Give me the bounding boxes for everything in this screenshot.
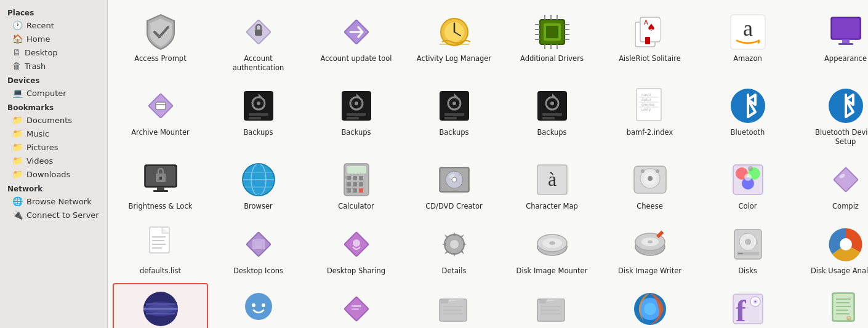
app-label: Backups — [341, 128, 371, 137]
app-icon — [239, 289, 278, 328]
app-label: bamf-2.index — [627, 128, 673, 137]
svg-rect-36 — [832, 18, 859, 38]
sidebar-item[interactable]: 🌐Browse Network — [0, 194, 107, 208]
app-label: Backups — [439, 128, 468, 137]
sidebar-item-icon: 📁 — [12, 169, 23, 179]
sidebar-item-label: Trash — [25, 62, 46, 71]
app-item[interactable]: Brightness & Lock — [113, 154, 208, 216]
app-label: Additional Drivers — [520, 54, 584, 63]
sidebar-item[interactable]: 📁Downloads — [0, 167, 107, 181]
app-item[interactable]: Firefox Web Browser — [602, 283, 697, 328]
app-item[interactable]: Account update tool — [308, 6, 404, 78]
app-item[interactable]: ♠ A AisleRiot Solitaire — [602, 6, 697, 78]
app-item[interactable]: defaults.list — [113, 218, 208, 281]
app-label: Amazon — [733, 54, 762, 63]
svg-rect-40 — [156, 102, 166, 110]
app-item[interactable]: Bluetooth — [700, 80, 795, 151]
app-item[interactable]: nauti aptur gnome unity bamf-2.index — [602, 80, 697, 151]
app-icon — [435, 289, 474, 328]
svg-rect-90 — [353, 182, 357, 186]
sidebar-item[interactable]: 🏠Home — [0, 32, 107, 46]
app-icon: ♠ A — [630, 12, 670, 52]
app-item[interactable]: Empathy — [211, 283, 306, 328]
app-icon — [532, 289, 572, 328]
app-label: Backups — [243, 128, 273, 137]
app-item[interactable]: Bluetooth Device Setup — [798, 80, 868, 151]
app-icon — [141, 225, 180, 264]
app-item[interactable]: Backups — [406, 80, 502, 151]
app-item[interactable]: Color — [700, 154, 795, 216]
app-label: Character Map — [526, 202, 578, 211]
sidebar-item-icon: 📁 — [12, 115, 23, 125]
svg-rect-75 — [153, 190, 168, 192]
app-item[interactable]: Archive Mounter — [113, 80, 208, 151]
sidebar-item[interactable]: 📁Videos — [0, 154, 107, 167]
svg-rect-140 — [738, 253, 743, 254]
svg-rect-114 — [834, 167, 858, 192]
app-icon — [728, 160, 768, 199]
app-item[interactable]: Backups — [504, 80, 600, 151]
app-item[interactable]: Files — [406, 283, 502, 328]
app-item[interactable]: Desktop Sharing — [308, 218, 404, 281]
sidebar-item[interactable]: 📁Documents — [0, 113, 107, 127]
app-item[interactable]: Additional Drivers — [504, 6, 600, 78]
svg-rect-93 — [353, 188, 357, 193]
app-icon — [435, 12, 474, 52]
svg-point-172 — [754, 300, 756, 302]
sidebar-item[interactable]: 🖥Desktop — [0, 46, 107, 59]
app-item[interactable]: CD/DVD Creator — [406, 154, 502, 216]
svg-point-142 — [840, 238, 852, 250]
app-label: Brightness & Lock — [129, 202, 193, 211]
app-icon — [630, 225, 670, 264]
svg-rect-61 — [542, 117, 555, 119]
app-icon — [337, 289, 376, 328]
app-label: Calculator — [338, 202, 374, 211]
app-icon — [337, 86, 376, 126]
app-item[interactable]: Details — [406, 218, 502, 281]
app-label: Disk Image Mounter — [516, 266, 588, 276]
svg-text:A: A — [644, 19, 648, 26]
app-item[interactable]: Evolution Data Server — [308, 283, 404, 328]
sidebar-item[interactable]: 🕐Recent — [0, 18, 107, 32]
svg-point-59 — [550, 102, 554, 105]
app-icon — [141, 12, 180, 52]
sidebar-item[interactable]: 📁Music — [0, 127, 107, 140]
app-item[interactable]: Account authentication — [211, 6, 306, 78]
app-item[interactable]: Calculator — [308, 154, 404, 216]
app-item[interactable]: Access Prompt — [113, 6, 208, 78]
app-item[interactable]: Desktop Icons — [211, 218, 306, 281]
sidebar-item[interactable]: 📁Pictures — [0, 140, 107, 154]
app-item[interactable]: Appearance — [798, 6, 868, 78]
app-item[interactable]: a Amazon — [700, 6, 795, 78]
svg-rect-156 — [441, 300, 448, 303]
app-item[interactable]: Backups — [211, 80, 306, 151]
app-icon — [239, 12, 278, 52]
sidebar-item[interactable]: 🔌Connect to Server — [0, 208, 107, 222]
sidebar-item[interactable]: 🗑Trash — [0, 59, 107, 73]
app-label: Disk Usage Analyze — [811, 266, 868, 276]
app-item[interactable]: Compiz — [798, 154, 868, 216]
app-item[interactable]: Disk Image Mounter — [504, 218, 600, 281]
app-item[interactable]: f Font Viewer — [700, 283, 795, 328]
app-label: Color — [738, 202, 757, 211]
svg-point-124 — [353, 239, 360, 247]
svg-rect-45 — [249, 113, 268, 116]
app-icon: à — [532, 160, 572, 199]
app-item[interactable]: Files — [504, 283, 600, 328]
svg-rect-94 — [359, 188, 363, 193]
app-item[interactable]: Disks — [700, 218, 795, 281]
svg-rect-74 — [157, 187, 164, 190]
app-item[interactable]: Disk Usage Analyze — [798, 218, 868, 281]
app-item[interactable]: àCharacter Map — [504, 154, 600, 216]
app-label: Desktop Icons — [233, 266, 283, 276]
app-item[interactable]: Backups — [308, 80, 404, 151]
app-item[interactable]: igedit — [798, 283, 868, 328]
app-item[interactable]: Activity Log Manager — [406, 6, 502, 78]
app-label: Backups — [537, 128, 566, 137]
app-item[interactable]: Cheese — [602, 154, 697, 216]
app-icon — [337, 12, 376, 52]
sidebar-item[interactable]: 💻Computer — [0, 86, 107, 100]
app-item[interactable]: eclipse — [113, 283, 208, 328]
app-item[interactable]: Browser — [211, 154, 306, 216]
app-item[interactable]: Disk Image Writer — [602, 218, 697, 281]
